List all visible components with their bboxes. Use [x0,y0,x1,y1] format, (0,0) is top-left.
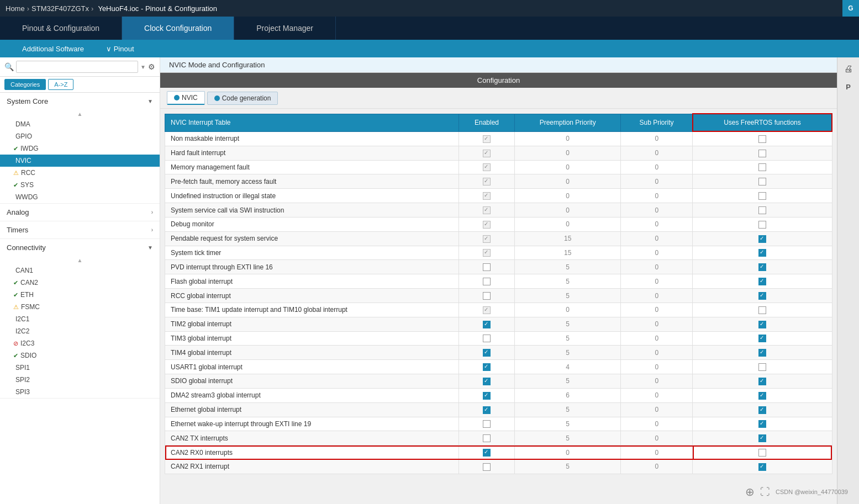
sidebar-item-i2c1[interactable]: I2C1 [0,313,160,325]
checkbox[interactable] [483,363,491,371]
checkbox[interactable] [483,206,491,214]
checkbox[interactable] [483,192,491,200]
preemption-cell: 5 [515,460,621,474]
config-tab-nvic[interactable]: NVIC [167,91,205,105]
sidebar-item-gpio[interactable]: GPIO [0,130,160,142]
tab-clock[interactable]: Clock Configuration [122,17,234,40]
checkbox[interactable] [758,463,766,471]
sidebar-item-sys[interactable]: ✔ SYS [0,179,160,191]
nvic-table: NVIC Interrupt Table Enabled Preemption … [165,113,832,474]
checkbox[interactable] [758,434,766,442]
checkbox[interactable] [483,135,491,143]
sub-priority-cell: 0 [621,146,693,160]
checkbox[interactable] [758,263,766,271]
checkbox[interactable] [758,278,766,285]
gear-icon[interactable]: ⚙ [148,62,155,71]
checkbox[interactable] [483,163,491,171]
sidebar-item-fsmc[interactable]: ⚠ FSMC [0,301,160,313]
checkbox[interactable] [483,434,491,442]
dropdown-arrow-icon[interactable]: ▼ [140,64,146,70]
g-button[interactable]: G [842,0,859,17]
checkbox[interactable] [758,249,766,257]
checkbox[interactable] [483,263,491,271]
breadcrumb-home[interactable]: Home [6,4,25,13]
checkbox[interactable] [483,449,491,457]
sidebar-item-i2c2[interactable]: I2C2 [0,325,160,337]
checkbox[interactable] [758,392,766,400]
checkbox[interactable] [483,150,491,157]
sidebar-item-spi1[interactable]: SPI1 [0,362,160,374]
checkbox[interactable] [483,349,491,357]
checkbox[interactable] [483,249,491,257]
checkbox[interactable] [758,178,766,185]
section-header-analog[interactable]: Analog › [0,204,160,221]
checkbox[interactable] [758,406,766,414]
checkbox[interactable] [758,163,766,171]
subtab-pinout[interactable]: ∨ Pinout [95,45,145,53]
table-row: CAN2 RX1 interrupt50 [165,460,832,474]
checkbox[interactable] [758,335,766,342]
sidebar-item-sdio[interactable]: ✔ SDIO [0,349,160,362]
checkbox[interactable] [758,221,766,229]
section-header-timers[interactable]: Timers › [0,221,160,238]
sidebar-item-eth[interactable]: ✔ ETH [0,289,160,301]
search-input[interactable] [16,61,138,73]
checkbox[interactable] [483,321,491,328]
sidebar-item-wwdg[interactable]: WWDG [0,191,160,203]
sidebar-item-iwdg[interactable]: ✔ IWDG [0,142,160,155]
sidebar-item-nvic[interactable]: NVIC [0,155,160,167]
checkbox[interactable] [483,292,491,300]
checkbox[interactable] [758,449,766,457]
checkbox[interactable] [758,363,766,371]
table-row: RCC global interrupt50 [165,289,832,303]
checkbox[interactable] [758,306,766,314]
sidebar-item-spi3[interactable]: SPI3 [0,386,160,398]
categories-button[interactable]: Categories [4,79,46,90]
tab-project[interactable]: Project Manager [234,17,336,40]
checkbox[interactable] [483,378,491,385]
checkbox[interactable] [758,135,766,143]
checkbox[interactable] [483,406,491,414]
checkbox[interactable] [483,420,491,428]
sidebar-item-dma[interactable]: DMA [0,118,160,130]
checkbox[interactable] [483,335,491,342]
freertos-cell [693,417,832,431]
checkbox[interactable] [483,235,491,243]
checkbox[interactable] [483,392,491,400]
preemption-cell: 0 [515,203,621,217]
table-row: Ethernet wake-up interrupt through EXTI … [165,417,832,431]
config-tab-code-gen[interactable]: Code generation [207,92,278,105]
checkbox[interactable] [483,463,491,471]
panel-icon-p[interactable]: P [844,81,853,93]
panel-icon-top[interactable]: 🖨 [842,62,855,76]
az-button[interactable]: A->Z [48,79,73,90]
checkbox[interactable] [758,420,766,428]
checkbox[interactable] [758,192,766,200]
checkbox[interactable] [758,292,766,300]
preemption-cell: 5 [515,402,621,417]
checkbox[interactable] [758,378,766,385]
checkbox[interactable] [758,235,766,243]
section-header-system-core[interactable]: System Core ▼ [0,93,160,110]
zoom-in-icon[interactable]: ⊕ [745,485,755,498]
sidebar-item-rcc[interactable]: ⚠ RCC [0,167,160,179]
subtab-additional[interactable]: Additional Software [11,45,95,53]
checkbox[interactable] [758,206,766,214]
sidebar-item-can2[interactable]: ✔ CAN2 [0,277,160,289]
sidebar-item-i2c3[interactable]: ⊘ I2C3 [0,337,160,349]
checkbox[interactable] [483,306,491,314]
sidebar-item-spi2[interactable]: SPI2 [0,374,160,386]
sidebar-item-can1[interactable]: CAN1 [0,264,160,277]
interrupt-name: DMA2 stream3 global interrupt [165,388,459,402]
checkbox[interactable] [483,278,491,285]
checkbox[interactable] [483,178,491,185]
checkbox[interactable] [483,221,491,229]
section-header-connectivity[interactable]: Connectivity ▼ [0,239,160,256]
checkbox[interactable] [758,321,766,328]
breadcrumb-device[interactable]: STM32F407ZGTx [31,4,89,13]
tab-pinout[interactable]: Pinout & Configuration [0,17,122,40]
table-row: Time base: TIM1 update interrupt and TIM… [165,303,832,317]
checkbox[interactable] [758,349,766,357]
fullscreen-icon[interactable]: ⛶ [760,486,770,498]
checkbox[interactable] [758,150,766,157]
